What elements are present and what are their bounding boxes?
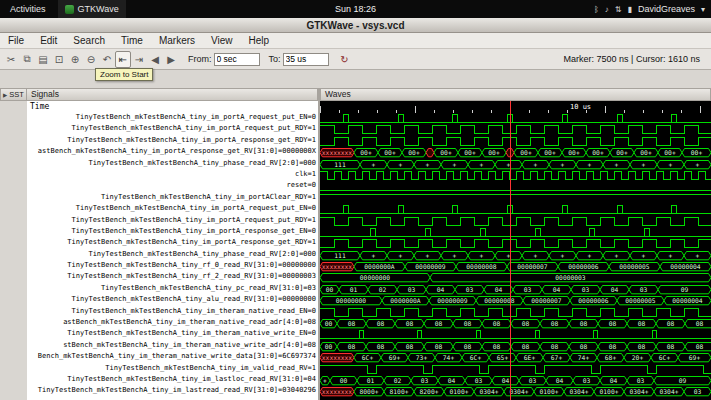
waves-header[interactable]: Waves: [320, 88, 711, 101]
signal-row[interactable]: TinyTestBench_mkTestBenchA_tiny_im_portA…: [27, 238, 318, 249]
zoom-in-icon[interactable]: ⊕: [67, 51, 83, 68]
shift-right-icon[interactable]: ▶: [163, 51, 179, 68]
wave-row[interactable]: 111+++++++++++++: [320, 159, 711, 170]
signal-row[interactable]: TinyTestBench_mkTestBenchA_tiny_im_thera…: [27, 329, 318, 340]
wave-row[interactable]: xxxxxxxx00+00+00+00+00+00+00+00+00+00+00…: [320, 147, 711, 158]
main-area: ▶ SST Signals Time TinyTestBench_mkTestB…: [0, 88, 711, 400]
zoom-undo-icon[interactable]: ↶: [99, 51, 115, 68]
signal-row[interactable]: TinyTestBench_mkTestBenchA_tiny_alu_read…: [27, 295, 318, 306]
to-input[interactable]: [283, 53, 329, 66]
wave-row[interactable]: 111+++++++++++++: [320, 250, 711, 261]
bluetooth-icon[interactable]: ᛒ: [594, 5, 599, 14]
wave-canvas[interactable]: 10 us xxxxxxxx00+00+00+00+00+00+00+00+00…: [320, 101, 711, 400]
wave-row[interactable]: [320, 113, 711, 124]
from-label: From:: [188, 54, 212, 64]
svg-text:8100+: 8100+: [390, 388, 409, 395]
svg-text:08: 08: [638, 320, 646, 327]
reload-icon[interactable]: ↻: [337, 51, 353, 68]
signal-row[interactable]: Bench_mkTestBenchA_tiny_im_theram_native…: [27, 352, 318, 363]
signal-row[interactable]: clk=1: [27, 170, 318, 181]
wave-row[interactable]: xxxxxxxx0000000A000000090000000800000007…: [320, 261, 711, 272]
time-ruler: 10 us: [320, 101, 711, 113]
wave-row[interactable]: [320, 193, 711, 204]
zoom-fit-icon[interactable]: ⊡: [51, 51, 67, 68]
signal-row[interactable]: TinyTestBench_mkTestBenchA_tiny_phase_re…: [27, 250, 318, 261]
svg-text:74+: 74+: [578, 354, 590, 361]
menu-file[interactable]: File: [0, 33, 32, 48]
svg-text:00000005: 00000005: [619, 263, 650, 270]
signal-row[interactable]: TinyTestBench_mkTestBenchA_tiny_rf_0_rea…: [27, 261, 318, 272]
svg-text:03: 03: [583, 377, 591, 384]
cut-trace-icon[interactable]: ✂: [3, 51, 19, 68]
svg-text:04: 04: [437, 286, 445, 293]
from-input[interactable]: [214, 53, 260, 66]
signal-row[interactable]: TinyTestBench_mkTestBenchA_tiny_im_portA…: [27, 124, 318, 135]
wave-row[interactable]: [320, 307, 711, 318]
wave-row[interactable]: +00010203040304030403040309: [320, 375, 711, 386]
wave-row[interactable]: [320, 124, 711, 135]
wave-row[interactable]: xxxxxxxx8000+8100+8200+0100+0304+0304+01…: [320, 386, 711, 397]
app-indicator[interactable]: GTKWave: [58, 0, 126, 18]
wave-row[interactable]: [320, 136, 711, 147]
signal-row[interactable]: TinyTestBench_mkTestBenchA_tiny_im_valid…: [27, 364, 318, 375]
clock[interactable]: Sun 18:26: [335, 4, 376, 14]
signal-row[interactable]: TinyTestBench_mkTestBenchA_tiny_im_portA…: [27, 204, 318, 215]
wave-row[interactable]: 000000000000000A000000090000000800000007…: [320, 295, 711, 306]
wave-row[interactable]: 00010203040304030403040309: [320, 284, 711, 295]
svg-text:+: +: [323, 377, 327, 384]
signal-row[interactable]: stBench_mkTestBenchA_tiny_im_theram_nati…: [27, 341, 318, 352]
menu-help[interactable]: Help: [241, 33, 278, 48]
zoom-out-icon[interactable]: ⊖: [83, 51, 99, 68]
svg-text:00+: 00+: [384, 149, 396, 156]
shift-left-icon[interactable]: ◀: [147, 51, 163, 68]
signal-row[interactable]: astBench_mkTestBenchA_tiny_im_theram_nat…: [27, 318, 318, 329]
wave-row[interactable]: [320, 329, 711, 340]
menu-view[interactable]: View: [203, 33, 241, 48]
wave-row[interactable]: [320, 170, 711, 181]
signal-row[interactable]: reset=0: [27, 181, 318, 192]
signal-row[interactable]: TinyTestBench_mkTestBenchA_tiny_im_portA…: [27, 227, 318, 238]
paste-trace-icon[interactable]: ▤: [35, 51, 51, 68]
signal-row[interactable]: astBench_mkTestBenchA_tiny_im_portA_resp…: [27, 147, 318, 158]
svg-text:04: 04: [556, 377, 564, 384]
wave-row[interactable]: [320, 204, 711, 215]
window-titlebar[interactable]: GTKWave - vsys.vcd: [0, 18, 711, 33]
menu-edit[interactable]: Edit: [32, 33, 65, 48]
signal-row[interactable]: TinyTestBench_mkTestBenchA_tiny_im_thera…: [27, 307, 318, 318]
wave-row[interactable]: 0000000000000003: [320, 272, 711, 283]
sst-expander[interactable]: ▶ SST: [0, 88, 27, 101]
signal-row[interactable]: TinyTestBench_mkTestBenchA_tiny_im_portA…: [27, 193, 318, 204]
activities-button[interactable]: Activities: [6, 4, 50, 14]
menu-search[interactable]: Search: [65, 33, 113, 48]
marker-cursor-line[interactable]: [510, 101, 511, 400]
wave-row[interactable]: [320, 216, 711, 227]
wave-row[interactable]: [320, 227, 711, 238]
wave-row[interactable]: 0008080808080808080808080808: [320, 341, 711, 352]
signal-row[interactable]: TinyTestBench_mkTestBenchA_tiny_rf_2_rea…: [27, 272, 318, 283]
signal-row[interactable]: TinyTestBench_mkTestBenchA_tiny_im_portA…: [27, 136, 318, 147]
signal-row[interactable]: TinyTestBench_mkTestBenchA_tiny_im_portA…: [27, 113, 318, 124]
svg-text:00000007: 00000007: [531, 297, 562, 304]
svg-text:03: 03: [475, 377, 483, 384]
battery-icon[interactable]: ▮: [628, 5, 632, 14]
copy-trace-icon[interactable]: ⧉: [19, 51, 35, 68]
svg-text:xxxxxxxx: xxxxxxxx: [322, 149, 353, 156]
wave-row[interactable]: [320, 238, 711, 249]
wave-row[interactable]: xxxxxxxx6C+69+73+74+6C+65+6E+67+74+68+20…: [320, 352, 711, 363]
signal-row[interactable]: TinyTestBench_mkTestBenchA_tiny_pc_read_…: [27, 284, 318, 295]
volume-icon[interactable]: ♪: [605, 5, 609, 14]
signal-row[interactable]: TinyTestBench_mkTestBenchA_tiny_phase_re…: [27, 159, 318, 170]
signal-row[interactable]: TinyTestBench_mkTestBenchA_tiny_im_lastl…: [27, 375, 318, 386]
wave-row[interactable]: [320, 364, 711, 375]
signals-header[interactable]: Signals: [27, 88, 318, 101]
signal-row[interactable]: TinyTestBench_mkTestBenchA_tiny_im_portA…: [27, 216, 318, 227]
signal-row[interactable]: TinyTestBench_mkTestBenchA_tiny_im_lastr…: [27, 386, 318, 397]
zoom-to-end-icon[interactable]: ⇥: [131, 51, 147, 68]
user-menu[interactable]: DavidGreaves: [638, 4, 695, 14]
network-icon[interactable]: ⇅: [615, 5, 622, 14]
zoom-to-start-icon[interactable]: ⇤: [115, 51, 131, 68]
wave-row[interactable]: 0008080808080808080808080808: [320, 318, 711, 329]
menu-markers[interactable]: Markers: [151, 33, 203, 48]
wave-row[interactable]: [320, 181, 711, 192]
menu-time[interactable]: Time: [113, 33, 151, 48]
